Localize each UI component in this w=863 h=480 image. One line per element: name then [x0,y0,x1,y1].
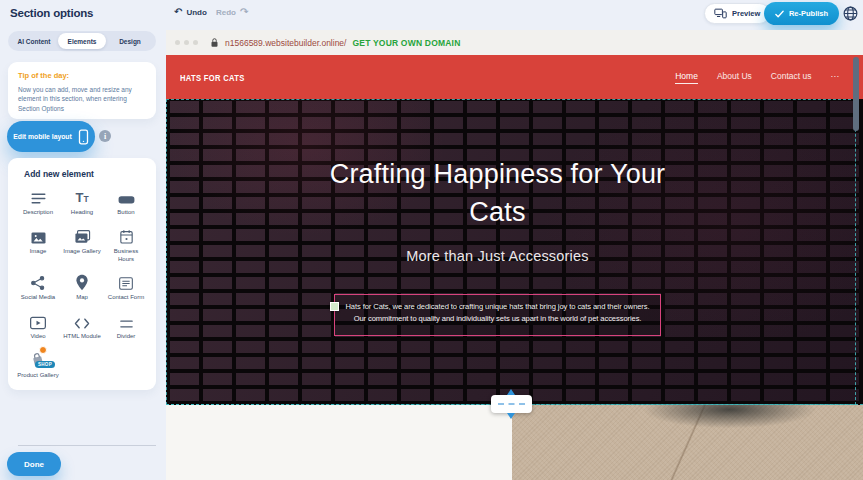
element-grid: Description TT Heading Button Image [16,187,148,380]
hero-heading[interactable]: Crafting Happiness for Your Cats [323,155,673,232]
app-window: Section options ↶ Undo Redo ↷ Preview Re… [0,0,863,480]
preview-label: Preview [732,9,760,18]
nav-more-icon[interactable]: ⋯ [831,71,840,83]
check-icon [775,10,784,18]
element-label: Heading [71,209,93,217]
tip-title: Tip of the day: [18,71,146,80]
hero-paragraph-box[interactable]: Hats for Cats, we are dedicated to craft… [334,294,661,336]
done-button[interactable]: Done [7,452,61,476]
hero-subheading[interactable]: More than Just Accessories [166,248,829,264]
element-divider[interactable]: Divider [104,311,148,341]
element-label: Video [30,333,45,341]
site-nav: Home About Us Contact us ⋯ [675,55,839,99]
page-title: Section options [10,7,93,19]
nav-home[interactable]: Home [675,71,698,84]
phone-icon [78,129,89,145]
hero-section[interactable]: Crafting Happiness for Your Cats More th… [166,99,863,405]
element-map[interactable]: Map [60,272,104,302]
top-toolbar: Section options ↶ Undo Redo ↷ Preview Re… [0,0,863,30]
redo-button[interactable]: Redo ↷ [216,7,248,17]
add-element-title: Add new element [24,169,148,179]
tab-ai-content[interactable]: AI Content [10,33,58,49]
shop-badge: SHOP [35,361,55,368]
resize-up-arrow-icon [507,389,515,395]
element-drag-handle[interactable] [330,302,339,311]
element-label: Image [30,248,47,256]
element-label: Button [117,209,134,217]
contact-form-icon [118,272,134,291]
edit-mobile-layout-button[interactable]: Edit mobile layout [7,121,95,152]
resize-handle-dashes [498,403,525,405]
element-contact-form[interactable]: Contact Form [104,272,148,302]
window-dot [193,40,198,45]
panel-tabs: AI Content Elements Design [8,31,156,51]
get-domain-link[interactable]: GET YOUR OWN DOMAIN [352,38,460,48]
globe-language-icon[interactable] [842,5,859,22]
nav-contact-us[interactable]: Contact us [771,71,812,83]
element-label: Business Hours [105,248,147,264]
divider-icon [118,311,135,330]
social-media-icon [30,272,46,291]
window-dot [184,40,189,45]
element-product-gallery[interactable]: SHOP Product Gallery [16,350,60,380]
element-video[interactable]: Video [16,311,60,341]
window-dot [175,40,180,45]
window-control-dots [175,40,198,45]
resize-down-arrow-icon [507,413,515,419]
section-resize-handle[interactable] [491,395,532,413]
element-label: HTML Module [63,333,100,341]
preview-button[interactable]: Preview [704,3,770,24]
image-icon [30,226,47,245]
tab-elements[interactable]: Elements [58,33,106,49]
html-module-icon [73,311,91,330]
info-icon[interactable]: i [99,130,111,142]
tip-of-the-day-card: Tip of the day: Now you can add, move an… [8,62,156,119]
button-icon [117,187,136,206]
hero-paragraph: Hats for Cats, we are dedicated to craft… [345,302,649,324]
site-header: HATS FOR CATS Home About Us Contact us ⋯ [166,55,863,99]
element-image[interactable]: Image [16,226,60,264]
site-logo[interactable]: HATS FOR CATS [180,72,245,83]
undo-icon: ↶ [174,7,182,17]
element-label: Image Gallery [63,248,100,256]
tab-design[interactable]: Design [106,33,154,49]
undo-button[interactable]: ↶ Undo [174,7,207,17]
element-social-media[interactable]: Social Media [16,272,60,302]
element-label: Contact Form [108,294,144,302]
product-gallery-icon: SHOP [29,350,47,369]
element-image-gallery[interactable]: Image Gallery [60,226,104,264]
element-html-module[interactable]: HTML Module [60,311,104,341]
business-hours-icon [119,226,134,245]
element-heading[interactable]: TT Heading [60,187,104,217]
element-label: Divider [117,333,136,341]
image-gallery-icon [74,226,91,245]
element-label: Social Media [21,294,55,302]
element-label: Map [76,294,88,302]
lock-icon [210,37,219,48]
notification-badge [39,346,47,354]
next-section-image [512,405,863,480]
hero-content: Crafting Happiness for Your Cats More th… [166,99,863,336]
preview-scrollbar[interactable] [853,57,859,131]
add-element-panel: Add new element Description TT Heading B… [8,158,156,390]
redo-icon: ↷ [240,7,248,17]
element-label: Description [23,209,53,217]
element-button[interactable]: Button [104,187,148,217]
browser-bar: n1566589.websitebuilder.online/ GET YOUR… [166,30,863,55]
description-icon [30,187,47,206]
site-preview-frame: n1566589.websitebuilder.online/ GET YOUR… [166,30,863,480]
element-business-hours[interactable]: Business Hours [104,226,148,264]
sidebar-divider [18,445,156,446]
map-pin-icon [75,272,89,291]
heading-icon: TT [75,187,88,206]
element-description[interactable]: Description [16,187,60,217]
tip-body: Now you can add, move and resize any ele… [18,85,146,113]
edit-mobile-label: Edit mobile layout [13,133,72,140]
nav-about-us[interactable]: About Us [717,71,752,83]
element-label: Product Gallery [17,372,58,380]
redo-label: Redo [216,8,236,17]
next-section-background [166,405,512,480]
republish-button[interactable]: Re-Publish [764,2,839,25]
undo-label: Undo [186,8,206,17]
republish-label: Re-Publish [789,9,828,18]
